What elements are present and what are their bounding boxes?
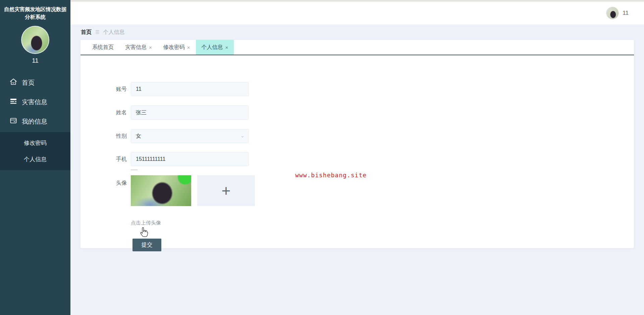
top-header: 11 (70, 2, 644, 24)
personal-info-form: 账号 姓名 性别 女 ⌄ 手机 头像 + 点击上传头像 提交 (80, 55, 634, 248)
gender-label: 性别 (103, 129, 127, 143)
tab-personal-info[interactable]: 个人信息 × (196, 40, 234, 55)
account-input[interactable] (131, 82, 249, 96)
card-icon (9, 117, 17, 126)
header-avatar[interactable] (606, 7, 619, 19)
sidebar-item-label: 灾害信息 (22, 98, 47, 107)
chevron-down-icon: ⌄ (240, 129, 245, 142)
sidebar-username: 11 (0, 57, 70, 64)
sidebar: 自然灾害频发地区情况数据分析系统 11 首页 (0, 0, 70, 315)
name-input[interactable] (131, 106, 249, 120)
content-card: 系统首页 灾害信息 × 修改密码 × 个人信息 × 账号 姓名 性别 (80, 40, 634, 248)
phone-label: 手机 (103, 152, 127, 166)
gender-value: 女 (136, 133, 141, 139)
watermark-text: www.bishebang.site (295, 172, 367, 179)
home-icon (9, 78, 17, 87)
tab-label: 灾害信息 (125, 44, 147, 51)
sidebar-submenu: 修改密码 个人信息 (0, 132, 70, 170)
tab-label: 系统首页 (92, 44, 114, 51)
sidebar-subitem-personal-info[interactable]: 个人信息 (0, 151, 70, 168)
app-title: 自然灾害频发地区情况数据分析系统 (0, 0, 70, 21)
breadcrumb: 首页 ☰ 个人信息 (70, 24, 644, 40)
tab-system-home[interactable]: 系统首页 (87, 40, 119, 55)
gender-select[interactable]: 女 ⌄ (131, 129, 249, 143)
close-icon[interactable]: × (187, 45, 190, 50)
tab-change-password[interactable]: 修改密码 × (158, 40, 196, 55)
sidebar-subitem-change-password[interactable]: 修改密码 (0, 135, 70, 151)
divider (131, 170, 138, 170)
breadcrumb-current: 个人信息 (103, 29, 125, 36)
sidebar-item-label: 首页 (22, 78, 35, 87)
tab-disaster-info[interactable]: 灾害信息 × (119, 40, 158, 55)
header-username: 11 (623, 10, 629, 16)
name-label: 姓名 (103, 106, 127, 120)
phone-input[interactable] (131, 152, 249, 166)
tab-label: 个人信息 (202, 44, 223, 51)
account-label: 账号 (103, 82, 127, 96)
avatar-upload-button[interactable]: + (197, 175, 255, 206)
sidebar-item-home[interactable]: 首页 (0, 73, 70, 92)
plus-icon: + (222, 183, 231, 198)
sidebar-nav: 首页 灾害信息 我的信息 (0, 73, 70, 170)
submit-button[interactable]: 提交 (132, 239, 161, 251)
close-icon[interactable]: × (225, 45, 228, 50)
user-avatar (21, 26, 49, 54)
sidebar-item-my-info[interactable]: 我的信息 (0, 112, 70, 131)
breadcrumb-home[interactable]: 首页 (81, 29, 92, 36)
upload-hint: 点击上传头像 (131, 220, 161, 226)
tab-bar: 系统首页 灾害信息 × 修改密码 × 个人信息 × (80, 40, 634, 55)
header-user-menu[interactable]: 11 (606, 7, 629, 19)
sidebar-item-label: 我的信息 (22, 117, 47, 126)
close-icon[interactable]: × (149, 45, 152, 50)
main-area: 11 首页 ☰ 个人信息 系统首页 灾害信息 × 修改密码 × 个人信息 × (70, 0, 644, 315)
list-icon (9, 97, 17, 107)
breadcrumb-separator-icon: ☰ (95, 29, 100, 35)
tab-label: 修改密码 (163, 44, 185, 51)
avatar-label: 头像 (103, 176, 127, 190)
avatar-preview-image[interactable] (131, 175, 191, 206)
sidebar-item-disaster-info[interactable]: 灾害信息 (0, 92, 70, 112)
